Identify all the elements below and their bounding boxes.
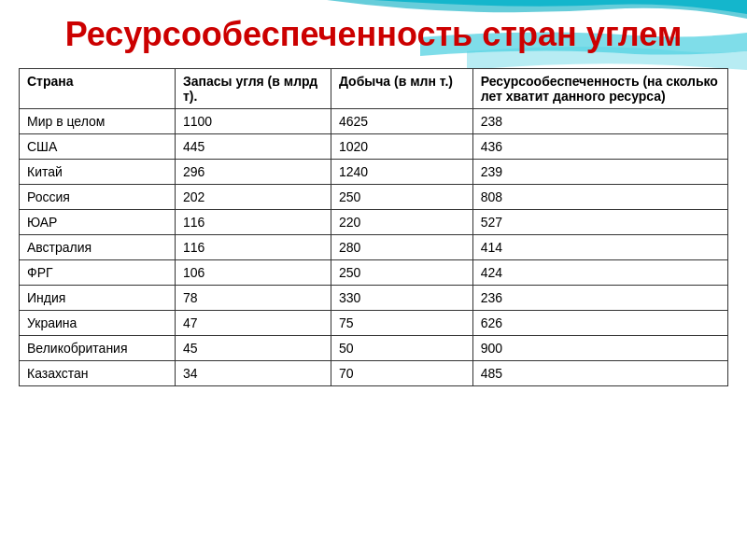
cell-reserves: 445 [175,134,331,160]
table-row: Австралия116280414 [20,235,728,260]
cell-country: ФРГ [20,260,176,286]
cell-production: 70 [331,361,472,386]
table-row: Россия202250808 [20,185,728,210]
cell-country: Казахстан [20,361,176,386]
cell-reserves: 34 [175,361,331,386]
cell-country: Мир в целом [20,109,176,134]
cell-security: 436 [472,134,727,160]
cell-security: 414 [472,235,727,260]
cell-security: 626 [472,311,727,336]
cell-production: 1240 [331,160,472,185]
cell-production: 280 [331,235,472,260]
cell-country: Индия [20,286,176,311]
cell-production: 330 [331,286,472,311]
cell-production: 250 [331,185,472,210]
table-row: ЮАР116220527 [20,210,728,235]
cell-country: Украина [20,311,176,336]
cell-country: Австралия [20,235,176,260]
cell-reserves: 106 [175,260,331,286]
cell-reserves: 116 [175,235,331,260]
table-row: ФРГ106250424 [20,260,728,286]
cell-security: 424 [472,260,727,286]
cell-production: 50 [331,336,472,361]
cell-security: 527 [472,210,727,235]
header-reserves: Запасы угля (в млрд т). [175,69,331,109]
cell-security: 900 [472,336,727,361]
cell-reserves: 47 [175,311,331,336]
cell-reserves: 116 [175,210,331,235]
cell-country: Китай [20,160,176,185]
cell-country: США [20,134,176,160]
cell-production: 1020 [331,134,472,160]
cell-security: 238 [472,109,727,134]
cell-production: 4625 [331,109,472,134]
cell-production: 250 [331,260,472,286]
table-row: Индия78330236 [20,286,728,311]
cell-country: Великобритания [20,336,176,361]
table-row: Китай2961240239 [20,160,728,185]
cell-country: ЮАР [20,210,176,235]
data-table: Страна Запасы угля (в млрд т). Добыча (в… [19,68,728,386]
table-row: Казахстан3470485 [20,361,728,386]
header-production: Добыча (в млн т.) [331,69,472,109]
cell-reserves: 202 [175,185,331,210]
header-security: Ресурсообеспеченность (на сколько лет хв… [472,69,727,109]
cell-reserves: 45 [175,336,331,361]
cell-security: 236 [472,286,727,311]
table-row: Украина4775626 [20,311,728,336]
cell-production: 75 [331,311,472,336]
cell-production: 220 [331,210,472,235]
cell-reserves: 296 [175,160,331,185]
header-country: Страна [20,69,176,109]
main-content: Ресурсообеспеченность стран углем Страна… [0,0,747,396]
cell-reserves: 78 [175,286,331,311]
table-row: Мир в целом11004625238 [20,109,728,134]
table-header-row: Страна Запасы угля (в млрд т). Добыча (в… [20,69,728,109]
cell-security: 485 [472,361,727,386]
page-title: Ресурсообеспеченность стран углем [19,14,728,54]
table-row: США4451020436 [20,134,728,160]
cell-security: 239 [472,160,727,185]
cell-security: 808 [472,185,727,210]
cell-reserves: 1100 [175,109,331,134]
cell-country: Россия [20,185,176,210]
table-row: Великобритания4550900 [20,336,728,361]
